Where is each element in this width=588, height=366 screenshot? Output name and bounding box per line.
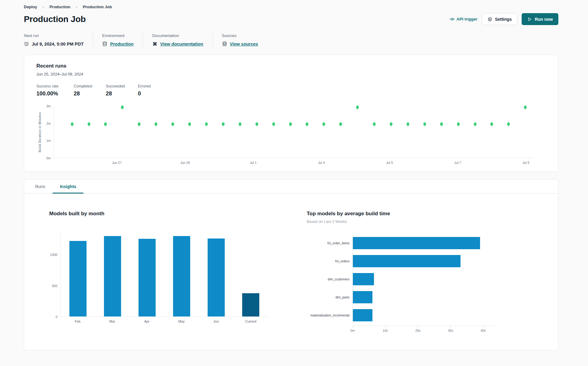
environment-label: Environment (102, 33, 134, 38)
month-bar (139, 239, 156, 316)
environment-link[interactable]: Production (110, 42, 134, 46)
next-run-label: Next run (24, 33, 83, 38)
run-dot (440, 122, 443, 126)
hbar-tick-mark (385, 326, 386, 327)
month-bar (242, 293, 259, 316)
api-trigger-link[interactable]: </> API trigger (450, 17, 477, 21)
tab-insights[interactable]: Insights (53, 179, 84, 193)
bar-cell (164, 231, 199, 316)
hbar-tick-mark (483, 326, 483, 327)
run-dot (188, 122, 191, 126)
top-models-chart-section: Top models by average build time Based o… (307, 211, 521, 335)
scatter-x-tick: Jul 9 (523, 161, 529, 165)
hbar-labels: fct_order_itemsfct_ordersdim_customersdi… (307, 237, 353, 321)
month-bar (173, 236, 190, 316)
top-models-subtitle: Based on Last 2 Weeks (307, 220, 521, 224)
meta-next-run: Next run Jul 9, 2024, 5:00 PM PDT (24, 33, 93, 46)
bar-x-label: Mar (95, 320, 129, 323)
month-bar (208, 238, 225, 316)
stat-value: 0 (138, 91, 151, 97)
bar-x-label: Feb (60, 320, 95, 323)
hbar-tick-label: 40s (481, 329, 486, 332)
bar-plot-area (60, 231, 268, 317)
view-documentation-link[interactable]: View documentation (160, 42, 203, 46)
stat-label: Errored (138, 84, 151, 88)
stat-completed: Completed 28 (74, 84, 106, 97)
stat-label: Completed (74, 84, 106, 88)
bar-x-label: Jun (199, 320, 233, 323)
scatter-x-tick: Jul 5 (386, 161, 393, 165)
scatter-x-tick: Jul 7 (454, 161, 461, 165)
run-dot (423, 122, 426, 126)
run-dot (138, 122, 141, 126)
bar-x-label: May (164, 320, 199, 323)
environment-database-icon (102, 41, 107, 46)
stat-value: 100.00% (36, 91, 74, 97)
models-built-title: Models built by month (49, 211, 307, 217)
model-bar (353, 309, 372, 321)
run-now-label: Run now (535, 17, 553, 22)
hbar-tick-label: 20s (415, 329, 420, 332)
scatter-x-tick: Jul 1 (250, 161, 257, 165)
month-bar (69, 241, 87, 316)
hbar-tick-mark (353, 326, 353, 327)
stat-value: 28 (74, 91, 106, 97)
chevron-right-icon: › (76, 5, 77, 9)
top-models-title: Top models by average build time (307, 211, 521, 217)
month-bar (104, 236, 121, 316)
tab-bar: Runs Insights (24, 179, 558, 194)
bar-cell (199, 231, 234, 316)
view-sources-link[interactable]: View sources (230, 42, 258, 46)
bar-y-tick: 500 (52, 284, 57, 288)
models-built-chart-section: Models built by month 05001000 FebMarApr… (49, 211, 307, 335)
breadcrumb: Deploy › Production › Production Job (24, 0, 558, 9)
page-title: Production Job (24, 14, 86, 24)
run-dot (373, 122, 376, 126)
scatter-plot-area (54, 106, 534, 158)
run-dot (272, 122, 275, 126)
hbar-tick-mark (418, 326, 418, 327)
top-models-chart: fct_order_itemsfct_ordersdim_customersdi… (307, 237, 521, 321)
tab-runs[interactable]: Runs (28, 179, 53, 193)
run-dot (524, 105, 527, 109)
header-actions: </> API trigger Settings Run now (450, 13, 558, 25)
run-dot (306, 122, 309, 126)
api-trigger-label: API trigger (457, 17, 478, 21)
scatter-x-tick: Jun 29 (180, 161, 190, 165)
run-dot (406, 122, 409, 126)
hbar-tick-label: 30s (448, 329, 453, 332)
bar-x-labels: FebMarAprMayJunCurrent (60, 320, 268, 323)
bar-plot-col: FebMarAprMayJunCurrent (60, 231, 268, 323)
build-duration-chart: Build Duration in Minutes 0m1m2m3m Jun 2… (36, 106, 534, 166)
bar-x-label: Apr (130, 320, 164, 323)
hbar-body (353, 237, 496, 321)
scatter-y-tick: 0m (46, 156, 51, 160)
hbar-category-label: fct_orders (307, 255, 353, 267)
hbar-category-label: materialization_incremental (307, 309, 353, 321)
stat-success-rate: Success rate 100.00% (36, 84, 74, 97)
breadcrumb-deploy[interactable]: Deploy (24, 5, 37, 9)
models-built-chart: 05001000 FebMarAprMayJunCurrent (49, 231, 307, 323)
gear-icon (487, 17, 492, 22)
settings-button[interactable]: Settings (482, 13, 517, 25)
settings-label: Settings (495, 17, 512, 22)
alarm-clock-icon (24, 41, 29, 46)
run-dot (71, 122, 73, 126)
run-dot (172, 122, 174, 126)
dbt-logo-icon (152, 41, 157, 46)
run-dot (490, 122, 493, 126)
code-icon: </> (450, 17, 454, 21)
run-dot (339, 122, 342, 126)
chevron-right-icon: › (43, 5, 44, 9)
bar-y-tick: 0 (56, 315, 57, 319)
breadcrumb-production[interactable]: Production (50, 5, 71, 9)
hbar-category-label: dim_customers (307, 273, 353, 285)
play-icon (527, 17, 532, 22)
run-dot (239, 122, 241, 126)
run-now-button[interactable]: Run now (522, 13, 558, 25)
stat-errored: Errored 0 (138, 84, 151, 97)
hbar-tick-label: 10s (383, 329, 388, 332)
recent-runs-card: Recent runs Jun 25, 2024–Jul 09, 2024 Su… (24, 55, 558, 172)
meta-environment: Environment Production (102, 33, 143, 46)
meta-documentation: Documentation View documentation (152, 33, 213, 46)
